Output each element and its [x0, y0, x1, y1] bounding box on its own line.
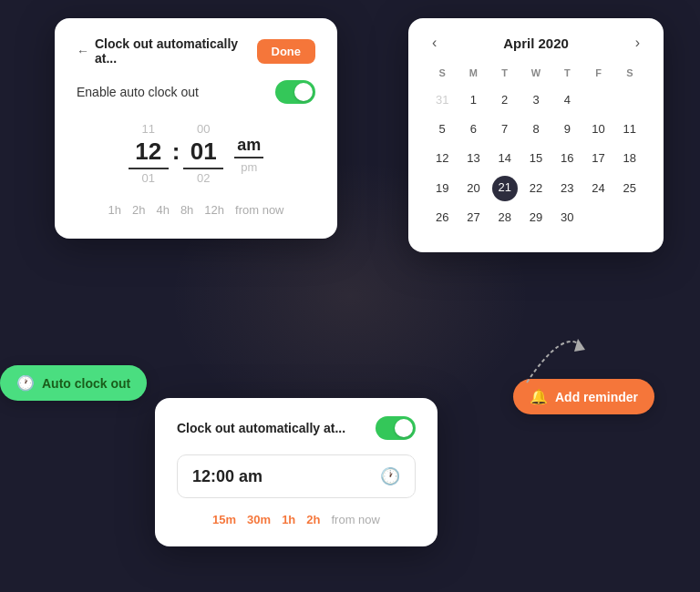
- summary-title: Clock out automatically at...: [177, 421, 345, 435]
- quick-durations: 1h 2h 4h 8h 12h from now: [77, 203, 315, 217]
- day-header-s2: S: [614, 66, 645, 84]
- cal-day-31prev[interactable]: 31: [427, 87, 458, 113]
- cal-day-16[interactable]: 16: [551, 146, 582, 171]
- day-header-t1: T: [489, 66, 520, 84]
- duration-2h[interactable]: 2h: [132, 203, 145, 217]
- cal-week-3: 12 13 14 15 16 17 18: [427, 146, 645, 171]
- duration-12h[interactable]: 12h: [204, 203, 224, 217]
- svg-marker-0: [574, 339, 585, 352]
- cal-day-14[interactable]: 14: [489, 146, 520, 171]
- summary-time-value: 12:00 am: [192, 467, 262, 486]
- cal-day-28[interactable]: 28: [489, 205, 520, 230]
- cal-day-29[interactable]: 29: [520, 205, 551, 230]
- curve-arrow-icon: [518, 319, 591, 392]
- card-summary: Clock out automatically at... 12:00 am 🕐…: [155, 398, 438, 546]
- minute-column[interactable]: 00 01 02: [183, 122, 223, 185]
- minute-above: 00: [197, 122, 210, 136]
- cal-month-year: April 2020: [503, 36, 569, 51]
- duration-1h[interactable]: 1h: [108, 203, 120, 217]
- cal-day-26[interactable]: 26: [427, 205, 458, 230]
- cal-prev-button[interactable]: ‹: [427, 33, 442, 53]
- cal-week-5: 26 27 28 29 30: [427, 205, 645, 230]
- cal-day-6[interactable]: 6: [458, 117, 489, 142]
- cal-day-19[interactable]: 19: [427, 176, 458, 201]
- cal-day-21-today[interactable]: 21: [492, 176, 518, 201]
- cal-day-20[interactable]: 20: [458, 176, 489, 201]
- cal-day-4[interactable]: 4: [551, 87, 582, 113]
- cal-day-23[interactable]: 23: [551, 176, 582, 201]
- cal-day-2[interactable]: 2: [489, 87, 520, 113]
- card-header-left: ← Clock out automatically at...: [77, 36, 257, 66]
- summary-durations: 15m 30m 1h 2h from now: [177, 513, 416, 526]
- cal-day-empty-2: [614, 87, 645, 113]
- cal-day-25[interactable]: 25: [614, 176, 645, 201]
- day-header-s1: S: [427, 66, 458, 84]
- day-header-f: F: [582, 66, 613, 84]
- summary-duration-1h[interactable]: 1h: [282, 513, 295, 526]
- cal-week-4: 19 20 21 22 23 24 25: [427, 176, 645, 201]
- done-button[interactable]: Done: [257, 39, 316, 64]
- cal-day-7[interactable]: 7: [489, 117, 520, 142]
- auto-clock-out-pill[interactable]: 🕐 Auto clock out: [0, 365, 147, 401]
- cal-grid: S M T W T F S 31 1 2 3 4 5 6: [427, 66, 645, 230]
- cal-day-3[interactable]: 3: [520, 87, 551, 113]
- ampm-column[interactable]: am pm: [234, 134, 263, 174]
- cal-day-empty-1: [582, 87, 613, 113]
- cal-day-9[interactable]: 9: [551, 117, 582, 142]
- cal-day-17[interactable]: 17: [582, 146, 613, 171]
- summary-from-now: from now: [331, 513, 379, 526]
- cal-header: ‹ April 2020 ›: [427, 33, 645, 53]
- duration-8h[interactable]: 8h: [180, 203, 193, 217]
- hour-below: 01: [141, 171, 154, 185]
- cal-day-13[interactable]: 13: [458, 146, 489, 171]
- summary-duration-2h[interactable]: 2h: [306, 513, 320, 526]
- cal-day-5[interactable]: 5: [427, 117, 458, 142]
- summary-duration-15m[interactable]: 15m: [212, 513, 236, 526]
- back-arrow-icon[interactable]: ←: [77, 44, 89, 58]
- summary-header: Clock out automatically at...: [177, 416, 416, 440]
- cal-week-1: 31 1 2 3 4: [427, 87, 645, 113]
- cal-day-10[interactable]: 10: [582, 117, 613, 142]
- card-calendar: ‹ April 2020 › S M T W T F S 31 1 2 3 4: [408, 18, 664, 252]
- card-header: ← Clock out automatically at... Done: [77, 36, 315, 66]
- duration-4h[interactable]: 4h: [156, 203, 169, 217]
- cal-next-button[interactable]: ›: [630, 33, 645, 53]
- hour-column[interactable]: 11 12 01: [129, 122, 169, 185]
- day-header-m: M: [458, 66, 489, 84]
- auto-clock-out-label: Auto clock out: [42, 376, 130, 391]
- cal-day-headers: S M T W T F S: [427, 66, 645, 84]
- day-header-w: W: [520, 66, 551, 84]
- ampm-main: am: [234, 136, 263, 158]
- cal-day-11[interactable]: 11: [614, 117, 645, 142]
- minute-below: 02: [197, 171, 210, 185]
- ampm-below: pm: [241, 160, 257, 174]
- cal-day-empty-3: [582, 205, 613, 230]
- cal-day-12[interactable]: 12: [427, 146, 458, 171]
- card-clock-picker-title: Clock out automatically at...: [95, 36, 257, 66]
- cal-day-empty-4: [614, 205, 645, 230]
- auto-clock-out-icon: 🕐: [16, 374, 35, 392]
- cal-day-30[interactable]: 30: [551, 205, 582, 230]
- summary-toggle[interactable]: [376, 416, 416, 440]
- time-picker: 11 12 01 : 00 01 02 am pm: [77, 122, 315, 185]
- toggle-row: Enable auto clock out: [77, 80, 315, 104]
- cal-day-18[interactable]: 18: [614, 146, 645, 171]
- summary-duration-30m[interactable]: 30m: [247, 513, 271, 526]
- minute-main: 01: [183, 138, 223, 169]
- from-now-label: from now: [235, 203, 283, 217]
- enable-auto-clock-out-toggle[interactable]: [275, 80, 315, 104]
- scene: ← Clock out automatically at... Done Ena…: [0, 0, 700, 592]
- cal-day-24[interactable]: 24: [582, 176, 613, 201]
- summary-time-box[interactable]: 12:00 am 🕐: [177, 454, 416, 498]
- cal-day-1[interactable]: 1: [458, 87, 489, 113]
- cal-day-15[interactable]: 15: [520, 146, 551, 171]
- cal-day-8[interactable]: 8: [520, 117, 551, 142]
- time-colon: :: [172, 138, 180, 169]
- cal-week-2: 5 6 7 8 9 10 11: [427, 117, 645, 142]
- hour-above: 11: [141, 122, 154, 136]
- enable-auto-clock-out-label: Enable auto clock out: [77, 85, 199, 99]
- day-header-t2: T: [551, 66, 582, 84]
- clock-icon: 🕐: [380, 466, 400, 486]
- cal-day-27[interactable]: 27: [458, 205, 489, 230]
- cal-day-22[interactable]: 22: [520, 176, 551, 201]
